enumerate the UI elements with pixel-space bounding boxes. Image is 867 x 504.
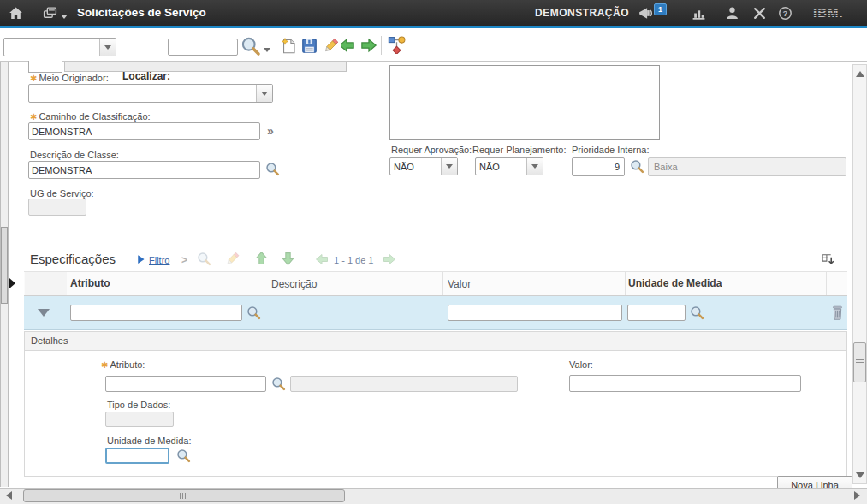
table-clear-icon[interactable] [225,252,240,266]
required-icon: ✱ [30,74,37,83]
download-table-icon[interactable] [821,252,835,267]
vertical-scrollbar[interactable] [852,64,867,484]
det-tipo-dados-label: Tipo de Dados: [107,400,170,410]
profile-icon[interactable] [725,6,739,21]
environment-label: DEMONSTRAÇÃO [535,0,629,26]
top-navbar: Solicitações de Serviço DEMONSTRAÇÃO 1 I… [0,0,867,26]
row-unidade-input[interactable] [627,305,686,321]
goto-menu-icon[interactable] [43,6,57,21]
quick-insert-select[interactable] [3,38,116,56]
scroll-down-icon[interactable] [856,472,864,478]
scroll-up-icon[interactable] [856,71,864,77]
column-header-atributo[interactable]: Atributo [70,277,110,289]
search-options-caret[interactable] [264,48,270,56]
goto-caret-icon[interactable] [61,15,68,22]
previous-row-icon[interactable] [254,252,269,266]
det-atributo-descricao [290,376,518,392]
section-title: Especificações [30,252,116,266]
requer-planejamento-select[interactable]: NÃO [475,157,543,175]
column-header-descricao: Descrição [271,278,317,290]
prioridade-interna-label: Prioridade Interna: [572,145,650,155]
meio-originador-caret[interactable] [256,85,272,102]
notification-badge: 1 [654,3,667,15]
previous-record-icon[interactable] [341,37,359,54]
det-unidade-input[interactable] [105,448,169,464]
descricao-classe-label: Descrição de Classe: [30,150,119,160]
prioridade-lookup-icon[interactable] [630,159,644,174]
search-icon[interactable] [241,36,261,56]
required-icon: ✱ [30,112,37,122]
signout-icon[interactable] [752,6,767,21]
column-header-unidade[interactable]: Unidade de Medida [628,277,722,289]
delete-row-icon[interactable] [829,304,846,322]
next-record-icon[interactable] [360,37,377,54]
table-header-row [24,271,847,296]
vertical-scroll-thumb[interactable] [853,342,866,382]
det-atributo-input[interactable] [105,376,266,392]
det-unidade-lookup-icon[interactable] [176,448,191,463]
side-panel-scroll-thumb[interactable] [1,227,8,304]
new-record-icon[interactable] [281,38,297,54]
descricao-classe-lookup-icon[interactable] [265,162,280,176]
find-input[interactable] [168,39,238,56]
ibm-logo: IBM. [813,6,854,20]
row-atributo-input[interactable] [70,305,242,321]
requer-planejamento-caret[interactable] [526,158,543,175]
long-description-textarea[interactable] [389,65,660,140]
toolbar-separator [381,36,382,55]
help-icon[interactable] [778,6,793,21]
home-icon[interactable] [9,6,23,21]
app-window: Solicitações de Serviço DEMONSTRAÇÃO 1 I… [0,0,867,504]
horizontal-scroll-thumb[interactable] [23,489,345,502]
announcements-icon[interactable] [638,6,654,21]
filter-link[interactable]: Filtro [149,255,169,265]
requer-aprovacao-label: Requer Aprovação: [391,145,472,155]
filter-chevron-icon[interactable]: > [181,254,187,266]
next-row-icon[interactable] [282,252,296,266]
descricao-classe-input[interactable] [28,161,260,179]
reports-icon[interactable] [692,6,706,21]
det-tipo-dados-input [105,412,174,427]
det-atributo-lookup-icon[interactable] [271,377,286,391]
detalhes-title: Detalhes [31,335,68,346]
content-bottom-border [9,477,846,477]
filter-toggle-icon[interactable] [135,253,146,265]
scroll-left-icon[interactable] [6,491,12,500]
requer-planejamento-label: Requer Planejamento: [472,145,566,155]
det-atributo-label: ✱Atributo: [101,359,145,370]
workflow-icon[interactable] [388,36,406,54]
ug-servico-label: UG de Serviço: [30,188,94,199]
quick-insert-caret[interactable] [99,39,116,56]
cutoff-field [28,61,62,73]
cutoff-field-readonly [64,62,347,72]
row-atributo-lookup-icon[interactable] [246,305,261,320]
requer-aprovacao-caret[interactable] [441,158,457,175]
detail-menu-icon[interactable]: » [267,124,274,138]
meio-originador-label: ✱Meio Originador: [30,73,109,83]
detalhes-header [24,331,847,351]
prioridade-interna-input[interactable] [572,157,625,176]
previous-page-icon[interactable] [315,252,329,266]
row-unidade-lookup-icon[interactable] [690,305,704,320]
row-valor-input[interactable] [448,305,622,321]
prioridade-descricao: Baixa [648,157,846,176]
clear-changes-icon[interactable] [323,38,339,54]
det-valor-input[interactable] [569,375,801,392]
scroll-right-icon[interactable] [854,491,860,500]
content-right-border [846,62,846,477]
save-icon[interactable] [301,38,318,54]
meio-originador-select[interactable] [28,84,273,103]
requer-aprovacao-select[interactable]: NÃO [389,157,458,175]
det-valor-label: Valor: [569,359,593,370]
column-header-valor: Valor [448,278,471,290]
caminho-classificacao-input[interactable] [28,122,260,140]
action-toolbar: Localizar: [0,28,867,62]
panel-expand-handle[interactable] [9,278,15,288]
ug-servico-input [28,199,86,216]
next-page-icon[interactable] [383,252,396,266]
required-icon: ✱ [101,360,108,370]
row-expander-icon[interactable] [38,309,50,317]
ibm-logo-text: IBM. [813,6,844,20]
table-search-icon[interactable] [197,252,211,266]
find-label: Localizar: [122,70,170,82]
